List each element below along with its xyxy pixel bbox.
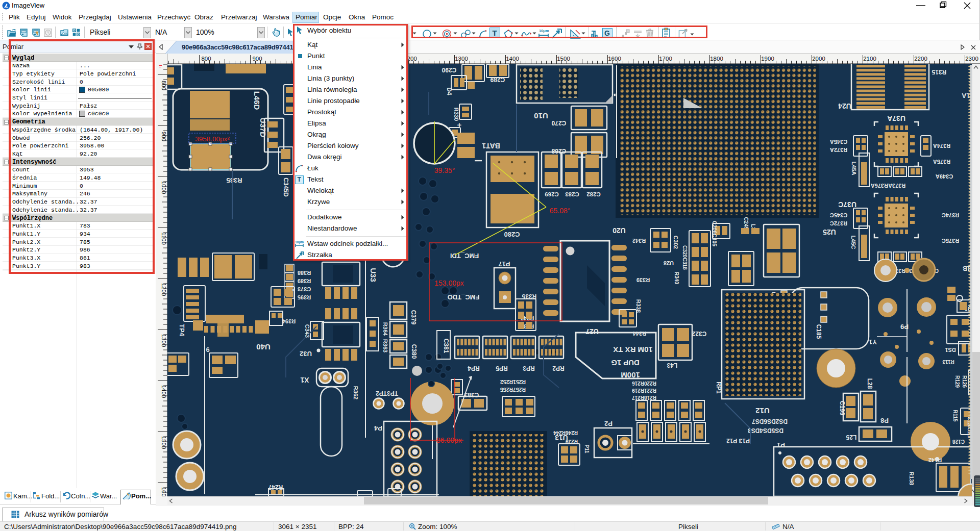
svg-text:R363: R363 [382,339,388,352]
svg-text:U27: U27 [585,327,599,336]
svg-text:P2: P2 [604,420,612,427]
svg-text:R330: R330 [453,108,459,121]
svg-text:1300: 1300 [455,56,468,62]
svg-text:R374A: R374A [933,143,950,149]
svg-text:2300: 2300 [965,56,978,62]
svg-text:L45C: L45C [850,236,856,249]
svg-text:R129: R129 [954,375,960,388]
svg-text:R257R255: R257R255 [500,387,526,393]
svg-text:P4: P4 [374,424,382,432]
svg-text:R113: R113 [942,359,954,365]
svg-text:C349A: C349A [936,173,953,180]
svg-text:39.35°: 39.35° [434,166,455,174]
svg-text:C373: C373 [298,286,311,292]
svg-text:U20: U20 [612,226,626,235]
svg-text:RP4: RP4 [468,365,480,372]
svg-text:R344: R344 [632,331,646,337]
svg-text:1400: 1400 [506,56,519,62]
svg-text:C128: C128 [952,439,965,444]
svg-text:153.00px: 153.00px [434,279,464,287]
svg-text:P1: P1 [777,441,785,449]
svg-text:U32: U32 [300,350,312,358]
svg-text:R388: R388 [298,270,311,276]
svg-text:Y1: Y1 [869,338,877,346]
svg-text:P9: P9 [900,323,909,331]
svg-text:C379: C379 [410,310,417,325]
svg-text:U37D: U37D [259,118,267,138]
svg-text:R375A: R375A [933,159,950,165]
svg-text:65.08°: 65.08° [550,207,571,215]
svg-text:L25: L25 [846,434,856,441]
svg-text:RP1: RP1 [715,382,722,394]
svg-text:R339: R339 [636,277,650,283]
svg-text:RP3: RP3 [523,365,535,372]
svg-text:1700: 1700 [659,56,672,62]
svg-text:1800: 1800 [710,56,723,62]
svg-text:R385: R385 [226,176,242,184]
svg-text:C280: C280 [504,231,520,238]
svg-text:2200: 2200 [914,56,927,62]
svg-text:U12: U12 [755,407,770,415]
svg-text:R138: R138 [909,472,915,485]
svg-text:6: 6 [206,346,209,353]
svg-text:C322: C322 [692,330,706,337]
svg-text:C383: C383 [464,391,479,398]
svg-text:R394: R394 [282,318,296,324]
svg-text:900: 900 [161,132,167,141]
svg-text:C199: C199 [839,401,846,416]
svg-text:U37C: U37C [838,200,856,209]
svg-text:C282: C282 [586,191,601,197]
svg-text:P13 P12: P13 P12 [726,437,750,444]
svg-text:U33: U33 [369,268,378,282]
svg-text:C290: C290 [442,66,456,73]
svg-text:C306C305: C306C305 [712,221,718,246]
svg-text:C381: C381 [443,339,450,353]
svg-text:DS2DS6DS7: DS2DS6DS7 [752,418,788,425]
svg-text:C245: C245 [743,217,749,230]
svg-text:R389: R389 [298,278,311,284]
svg-text:86.00px: 86.00px [436,436,462,444]
svg-text:R142: R142 [928,457,942,463]
svg-text:DUP 1G: DUP 1G [611,359,640,367]
svg-text:R220R216: R220R216 [632,381,656,386]
svg-text:U40: U40 [256,343,271,351]
svg-text:R373AR376A: R373AR376A [871,183,906,189]
svg-text:10M RX TX: 10M RX TX [613,345,653,354]
svg-text:R374C: R374C [942,212,959,218]
svg-text:R115: R115 [952,410,958,422]
svg-text:C345C: C345C [830,212,847,218]
svg-text:L28: L28 [866,378,873,389]
svg-text:C345A: C345A [830,139,847,145]
svg-text:RP5: RP5 [496,365,508,372]
svg-text:R247: R247 [268,484,283,491]
svg-text:C283: C283 [565,191,579,197]
svg-text:R372A: R372A [830,147,847,153]
svg-text:2100: 2100 [863,56,876,62]
svg-text:2000: 2000 [812,56,825,62]
svg-text:R251R252: R251R252 [500,379,526,385]
svg-text:RP2: RP2 [552,365,565,372]
svg-text:R126: R126 [962,375,967,388]
svg-text:U24: U24 [838,102,851,110]
svg-text:X1: X1 [300,376,309,384]
svg-text:C268: C268 [551,147,566,155]
svg-text:R246R244: R246R244 [553,430,578,436]
svg-text:FMC_TDO: FMC_TDO [448,293,480,301]
svg-text:U25: U25 [823,228,836,236]
svg-text:1600: 1600 [608,56,621,62]
svg-text:1900: 1900 [761,56,774,62]
svg-text:TP3TP2: TP3TP2 [376,390,398,397]
svg-text:FMC_TDI: FMC_TDI [450,252,479,260]
svg-text:DS1: DS1 [945,347,955,353]
svg-text:1500: 1500 [557,56,570,62]
svg-text:C320C318: C320C318 [682,245,688,270]
svg-text:U10: U10 [534,112,548,120]
svg-text:1600: 1600 [161,487,167,496]
svg-text:R340: R340 [674,272,679,284]
svg-text:100M: 100M [621,371,640,380]
svg-text:800: 800 [161,81,167,90]
svg-text:C345D: C345D [282,178,289,197]
svg-text:3958.00px²: 3958.00px² [195,135,230,143]
svg-text:R395: R395 [298,294,311,300]
svg-text:U37A: U37A [887,114,905,122]
